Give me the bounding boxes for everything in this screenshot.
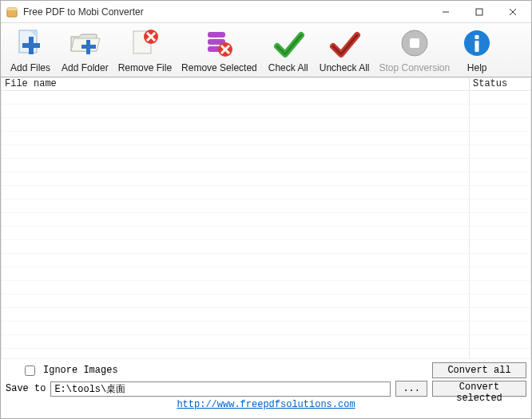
add-files-label: Add Files: [10, 62, 50, 76]
check-all-button[interactable]: Check All: [262, 26, 315, 77]
column-status[interactable]: Status: [470, 78, 530, 90]
help-button[interactable]: Help: [455, 26, 499, 77]
check-all-icon: [271, 27, 306, 62]
svg-rect-25: [475, 35, 479, 39]
titlebar: Free PDF to Mobi Converter: [1, 1, 531, 23]
save-path-input[interactable]: [50, 381, 391, 397]
remove-selected-button[interactable]: Remove Selected: [177, 26, 262, 77]
svg-rect-10: [81, 45, 96, 49]
convert-all-button[interactable]: Convert all: [432, 362, 526, 378]
uncheck-all-icon: [327, 27, 362, 62]
table-body[interactable]: [2, 91, 530, 358]
check-all-label: Check All: [268, 62, 308, 76]
column-file-name[interactable]: File name: [2, 78, 470, 90]
svg-rect-26: [475, 41, 479, 52]
website-link[interactable]: http://www.freepdfsolutions.com: [6, 399, 526, 410]
window-title: Free PDF to Mobi Converter: [23, 6, 429, 18]
svg-rect-8: [22, 43, 40, 48]
ignore-images-label: Ignore Images: [43, 365, 118, 376]
add-files-button[interactable]: Add Files: [4, 26, 57, 77]
save-to-label: Save to: [6, 383, 46, 394]
file-list: File name Status: [1, 77, 531, 359]
svg-rect-15: [208, 32, 225, 38]
svg-rect-1: [7, 8, 17, 10]
ignore-images-checkbox[interactable]: [25, 366, 35, 376]
minimize-button[interactable]: [429, 2, 463, 22]
convert-selected-button[interactable]: Convert selected: [432, 381, 526, 397]
help-label: Help: [467, 62, 487, 76]
help-icon: [459, 27, 494, 62]
app-icon: [6, 6, 18, 18]
stop-icon: [397, 27, 432, 62]
table-header: File name Status: [2, 78, 530, 91]
stop-conversion-button[interactable]: Stop Conversion: [374, 26, 455, 77]
stop-conversion-label: Stop Conversion: [379, 62, 450, 76]
bottom-panel: Ignore Images Convert all Save to ... Co…: [1, 359, 531, 413]
remove-selected-label: Remove Selected: [181, 62, 257, 76]
add-folder-label: Add Folder: [62, 62, 109, 76]
svg-rect-3: [476, 9, 482, 15]
add-folder-button[interactable]: Add Folder: [57, 26, 113, 77]
uncheck-all-button[interactable]: Uncheck All: [315, 26, 375, 77]
browse-button[interactable]: ...: [395, 381, 427, 397]
remove-file-button[interactable]: Remove File: [113, 26, 177, 77]
add-folder-icon: [67, 27, 102, 62]
close-button[interactable]: [496, 2, 530, 22]
maximize-button[interactable]: [463, 2, 496, 22]
add-files-icon: [13, 27, 48, 62]
svg-rect-23: [410, 38, 419, 48]
uncheck-all-label: Uncheck All: [320, 62, 370, 76]
toolbar: Add Files Add Folder Remove File Remove …: [1, 23, 531, 77]
remove-selected-icon: [201, 27, 236, 62]
remove-file-label: Remove File: [118, 62, 172, 76]
remove-file-icon: [127, 27, 162, 62]
